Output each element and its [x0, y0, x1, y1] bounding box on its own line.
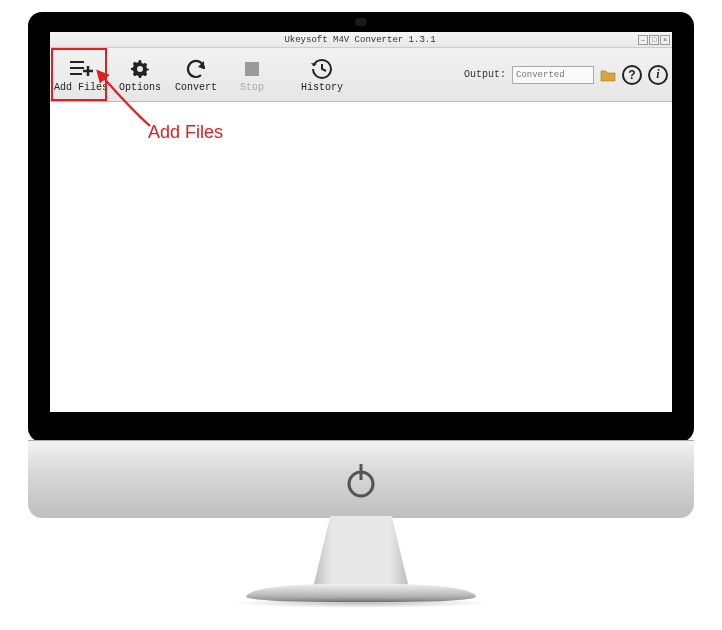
close-button[interactable]: ×	[660, 35, 670, 45]
stop-label: Stop	[240, 82, 264, 93]
gear-icon	[128, 56, 152, 82]
folder-icon[interactable]	[600, 68, 616, 82]
monitor-chin	[28, 440, 694, 518]
info-circle-icon: i	[656, 67, 659, 82]
content-area	[50, 102, 672, 412]
maximize-button[interactable]: □	[649, 35, 659, 45]
history-button[interactable]: History	[298, 51, 346, 99]
monitor-frame: Ukeysoft M4V Converter 1.3.1 – □ ×	[28, 12, 694, 442]
history-clock-icon	[310, 56, 334, 82]
window-title: Ukeysoft M4V Converter 1.3.1	[82, 35, 638, 45]
app-screen: Ukeysoft M4V Converter 1.3.1 – □ ×	[50, 32, 672, 412]
output-label: Output:	[464, 69, 506, 80]
output-path-input[interactable]	[512, 66, 594, 84]
minimize-button[interactable]: –	[638, 35, 648, 45]
title-bar: Ukeysoft M4V Converter 1.3.1 – □ ×	[50, 32, 672, 48]
stop-square-icon	[243, 56, 261, 82]
info-button[interactable]: i	[648, 65, 668, 85]
camera-icon	[355, 18, 367, 26]
add-files-label: Add Files	[54, 82, 108, 93]
brand-logo-icon	[341, 460, 381, 500]
toolbar-right: Output: ? i	[464, 65, 668, 85]
options-label: Options	[119, 82, 161, 93]
svg-point-5	[137, 66, 143, 72]
add-files-button[interactable]: Add Files	[54, 51, 108, 99]
convert-button[interactable]: Convert	[172, 51, 220, 99]
history-label: History	[301, 82, 343, 93]
list-plus-icon	[68, 56, 94, 82]
window-controls: – □ ×	[638, 35, 670, 45]
help-circle-icon: ?	[628, 68, 635, 82]
toolbar: Add Files Options Conv	[50, 48, 672, 102]
monitor-stand-neck	[313, 516, 409, 588]
convert-label: Convert	[175, 82, 217, 93]
help-button[interactable]: ?	[622, 65, 642, 85]
svg-rect-6	[245, 62, 259, 76]
stop-button: Stop	[228, 51, 276, 99]
options-button[interactable]: Options	[116, 51, 164, 99]
monitor-shadow	[231, 598, 491, 608]
refresh-icon	[184, 56, 208, 82]
